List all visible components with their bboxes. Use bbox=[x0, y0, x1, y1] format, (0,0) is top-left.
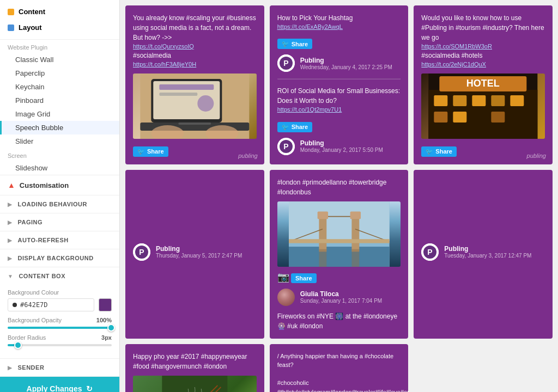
accordion-sender-label: SENDER bbox=[18, 364, 45, 371]
sidebar-item-keychain[interactable]: Keychain bbox=[0, 80, 119, 94]
post-image-3: HOTEL bbox=[421, 74, 545, 139]
svg-text:P: P bbox=[428, 248, 433, 256]
chevron-down-icon: ▼ bbox=[8, 273, 13, 279]
opacity-value: 100% bbox=[96, 317, 112, 323]
twitter-icon: 🐦 bbox=[282, 124, 289, 131]
post-link-3a[interactable]: https://t.co/SOM1RbW3oR bbox=[421, 42, 545, 51]
accordion-display-background-header[interactable]: ▶ DISPLAY BACKGROUND bbox=[0, 249, 119, 267]
opacity-slider[interactable] bbox=[8, 327, 112, 329]
post-card-6: P Publing Tuesday, January 3, 2017 12:47… bbox=[414, 170, 553, 339]
svg-rect-19 bbox=[434, 95, 448, 106]
post-link-3b[interactable]: https://t.co/2eNjC1dQuX bbox=[421, 60, 545, 69]
color-swatch[interactable] bbox=[99, 298, 112, 311]
sidebar-item-paperclip[interactable]: Paperclip bbox=[0, 66, 119, 80]
date-5: Sunday, January 1, 2017 7:04 PM bbox=[300, 298, 382, 304]
twitter-icon: 🐦 bbox=[426, 148, 433, 155]
chevron-icon: ▶ bbox=[8, 365, 13, 371]
sidebar-item-content[interactable]: Content bbox=[8, 5, 112, 18]
accordion-content-box: ▼ CONTENT BOX Background Colour #642E7D … bbox=[0, 267, 119, 359]
accordion-loading-label: LOADING BEHAVIOUR bbox=[18, 201, 87, 207]
content-icon bbox=[8, 9, 14, 15]
svg-rect-25 bbox=[453, 112, 467, 122]
opacity-slider-thumb[interactable] bbox=[107, 324, 115, 332]
avatar-5 bbox=[277, 289, 295, 306]
chevron-icon: ▶ bbox=[8, 219, 13, 225]
chevron-icon: ▶ bbox=[8, 255, 13, 261]
post-text-8: / Anything happier than having a #chocol… bbox=[277, 352, 401, 392]
svg-rect-7 bbox=[159, 93, 197, 96]
post-card-5: #london #primodellanno #towerbridge #lon… bbox=[270, 170, 409, 339]
sidebar-item-classic-wall[interactable]: Classic Wall bbox=[0, 53, 119, 66]
color-input-wrapper[interactable]: #642E7D bbox=[8, 298, 94, 311]
opacity-label: Background Opacity bbox=[8, 317, 62, 323]
customize-icon: ▲ bbox=[8, 181, 15, 189]
sidebar-item-image-grid[interactable]: Image Grid bbox=[0, 107, 119, 121]
border-radius-slider-thumb[interactable] bbox=[14, 341, 22, 349]
date-6: Tuesday, January 3, 2017 12:47 PM bbox=[444, 253, 531, 259]
wall-grid: You already know #scaling your #business… bbox=[125, 5, 553, 392]
apply-changes-button[interactable]: Apply Changes ↻ bbox=[0, 377, 119, 392]
layout-label: Layout bbox=[19, 23, 42, 32]
accordion-auto-refresh-label: AUTO-REFRESH bbox=[18, 237, 69, 243]
layout-icon bbox=[8, 24, 14, 31]
accordion-paging-header[interactable]: ▶ PAGING bbox=[0, 213, 119, 231]
border-radius-slider[interactable] bbox=[8, 344, 112, 346]
card-footer-5: Giulia Tiloca Sunday, January 1, 2017 7:… bbox=[277, 289, 401, 306]
svg-rect-43 bbox=[319, 249, 326, 266]
accordion-paging: ▶ PAGING bbox=[0, 213, 119, 231]
card-header-4: P Publing Thursday, January 5, 2017 2:47… bbox=[133, 243, 242, 261]
author-5: Giulia Tiloca bbox=[300, 290, 382, 298]
twitter-icon: 🐦 bbox=[137, 148, 145, 155]
svg-point-8 bbox=[197, 95, 214, 112]
instagram-share-5: 📷 Share bbox=[277, 271, 401, 283]
refresh-icon: ↻ bbox=[86, 384, 93, 392]
svg-rect-33 bbox=[289, 201, 390, 242]
post-link-1b[interactable]: https://t.co/hF3A8jeY0H bbox=[133, 60, 257, 69]
svg-text:P: P bbox=[283, 59, 288, 68]
svg-rect-26 bbox=[492, 112, 505, 122]
card-header-6: P Publing Tuesday, January 3, 2017 12:47… bbox=[421, 243, 531, 261]
sub-post-2: ROI of Social Media for Small Businesses… bbox=[277, 86, 401, 155]
avatar-img-5 bbox=[277, 289, 295, 306]
twitter-share-3[interactable]: 🐦 Share bbox=[421, 146, 457, 157]
twitter-share-2b[interactable]: 🐦 Share bbox=[277, 122, 313, 132]
sidebar-item-speech-bubble[interactable]: Speech Bubble bbox=[0, 121, 119, 134]
sidebar-item-layout[interactable]: Layout bbox=[8, 21, 112, 34]
content-label: Content bbox=[19, 8, 45, 16]
post-link-2a[interactable]: https://t.co/ExABy2AwqL bbox=[277, 23, 401, 31]
color-row: #642E7D bbox=[8, 298, 112, 311]
accordion-loading-behaviour: ▶ LOADING BEHAVIOUR bbox=[0, 195, 119, 213]
accordion-content-box-header[interactable]: ▼ CONTENT BOX bbox=[0, 267, 119, 285]
post-image-5 bbox=[277, 201, 401, 267]
post-card-7: Happy pho year #2017 #happynewyear #food… bbox=[125, 344, 264, 392]
customisation-header: ▲ Customisation bbox=[0, 175, 119, 195]
post-image-7 bbox=[133, 376, 257, 392]
svg-rect-35 bbox=[319, 216, 326, 252]
accordion-content-box-label: CONTENT BOX bbox=[19, 273, 65, 279]
twitter-share-5[interactable]: Share bbox=[291, 273, 317, 283]
author-6: Publing bbox=[444, 245, 531, 253]
background-opacity-field: Background Opacity 100% bbox=[8, 317, 112, 329]
date-2b: Monday, January 2, 2017 5:50 PM bbox=[300, 147, 383, 153]
sidebar-item-pinboard[interactable]: Pinboard bbox=[0, 94, 119, 107]
svg-rect-21 bbox=[472, 95, 486, 106]
post-card-4: P Publing Thursday, January 5, 2017 2:47… bbox=[125, 170, 264, 339]
background-colour-label: Background Colour bbox=[8, 289, 112, 296]
publing-logo-3: publing bbox=[527, 152, 546, 159]
border-radius-label: Border Radius bbox=[8, 334, 46, 341]
accordion-auto-refresh-header[interactable]: ▶ AUTO-REFRESH bbox=[0, 231, 119, 249]
post-card-3: Would you like to know how to use #Publi… bbox=[414, 5, 553, 164]
color-picker-icon bbox=[13, 303, 17, 307]
twitter-share-1[interactable]: 🐦 Share bbox=[133, 146, 168, 157]
post-link-1a[interactable]: https://t.co/QurxyzsoIQ bbox=[133, 42, 257, 51]
sidebar-item-slider[interactable]: Slider bbox=[0, 134, 119, 148]
accordion-loading-behaviour-header[interactable]: ▶ LOADING BEHAVIOUR bbox=[0, 195, 119, 213]
twitter-share-2a[interactable]: 🐦 Share bbox=[277, 39, 313, 49]
post-text-7: Happy pho year #2017 #happynewyear #food… bbox=[133, 352, 257, 371]
post-link-2b[interactable]: https://t.co/1Qt2mpv7U1 bbox=[277, 106, 401, 114]
avatar-6: P bbox=[421, 243, 439, 261]
sidebar-item-slideshow[interactable]: Slideshow bbox=[0, 161, 119, 175]
svg-rect-6 bbox=[159, 84, 214, 90]
accordion-sender-header[interactable]: ▶ SENDER bbox=[0, 359, 119, 376]
card-footer-2b: P Publing Monday, January 2, 2017 5:50 P… bbox=[277, 138, 401, 155]
